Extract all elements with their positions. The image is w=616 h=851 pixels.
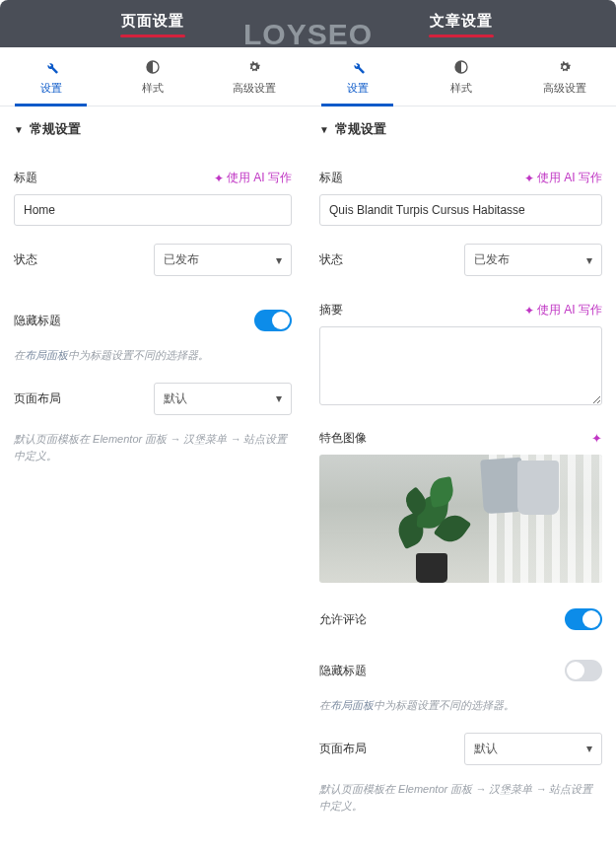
tabs: 设置 样式 高级设置 (0, 47, 306, 106)
contrast-icon (145, 59, 161, 75)
tab-label: 高级设置 (204, 81, 306, 96)
tabs: 设置 样式 高级设置 (306, 47, 616, 106)
hide-title-toggle[interactable] (565, 660, 602, 681)
tab-style[interactable]: 样式 (409, 47, 513, 106)
row-featured: 特色图像 ✦ (319, 430, 602, 447)
panel-body: 标题 ✦ 使用 AI 写作 状态 已发布 ▾ 隐藏标题 在布局面板中为标题设置不… (0, 152, 306, 851)
featured-label: 特色图像 (319, 430, 367, 447)
row-hide-title: 隐藏标题 (319, 660, 602, 681)
excerpt-label: 摘要 (319, 302, 343, 319)
image-shirt (517, 461, 559, 515)
wrench-icon (350, 59, 366, 75)
chevron-down-icon: ▾ (276, 391, 282, 405)
ai-write-text: 使用 AI 写作 (537, 302, 602, 319)
status-value: 已发布 (474, 251, 510, 268)
caret-down-icon: ▼ (319, 124, 329, 135)
status-select[interactable]: 已发布 ▾ (464, 244, 602, 276)
sparkle-icon: ✦ (524, 304, 534, 318)
layout-label: 页面布局 (14, 390, 61, 407)
section-general[interactable]: ▼ 常规设置 (306, 106, 616, 152)
hide-title-label: 隐藏标题 (319, 663, 367, 679)
tab-label: 设置 (0, 81, 102, 96)
ai-write-link[interactable]: ✦ 使用 AI 写作 (214, 170, 292, 186)
panel-title: 页面设置 (0, 12, 306, 31)
layout-panel-link[interactable]: 布局面板 (330, 699, 374, 711)
section-title: 常规设置 (30, 120, 81, 138)
panel-title: 文章设置 (306, 12, 616, 31)
chevron-down-icon: ▾ (586, 253, 592, 267)
tab-style[interactable]: 样式 (102, 47, 203, 106)
tab-label: 高级设置 (513, 81, 616, 96)
page-settings-panel: 页面设置 设置 样式 高级设置 ▼ 常规设置 标题 ✦ 使用 AI 写作 (0, 0, 306, 851)
hint-text: 中为标题设置不同的选择器。 (374, 699, 514, 711)
ai-write-link[interactable]: ✦ 使用 AI 写作 (524, 170, 602, 186)
tab-settings[interactable]: 设置 (0, 47, 102, 106)
layout-panel-link[interactable]: 布局面板 (25, 349, 68, 361)
chevron-down-icon: ▾ (276, 253, 282, 267)
row-layout: 页面布局 默认 ▾ (14, 383, 292, 415)
hide-title-label: 隐藏标题 (14, 313, 61, 329)
row-hide-title: 隐藏标题 (14, 310, 292, 331)
layout-label: 页面布局 (319, 741, 367, 757)
title-input[interactable] (319, 194, 602, 226)
layout-value: 默认 (164, 390, 187, 407)
tab-settings[interactable]: 设置 (306, 47, 409, 106)
post-settings-panel: 文章设置 设置 样式 高级设置 ▼ 常规设置 标题 ✦ 使用 AI 写作 (306, 0, 616, 851)
hide-title-hint: 在布局面板中为标题设置不同的选择器。 (14, 347, 292, 365)
caret-down-icon: ▼ (14, 124, 24, 135)
layout-select[interactable]: 默认 ▾ (154, 383, 292, 415)
section-general[interactable]: ▼ 常规设置 (0, 106, 306, 152)
sparkle-icon: ✦ (214, 172, 224, 185)
status-value: 已发布 (164, 251, 199, 268)
status-select[interactable]: 已发布 ▾ (154, 244, 292, 276)
section-title: 常规设置 (335, 120, 386, 138)
title-label: 标题 (319, 170, 343, 186)
layout-select[interactable]: 默认 ▾ (464, 733, 602, 765)
layout-hint: 默认页面模板在 Elementor 面板 → 汉堡菜单 → 站点设置中定义。 (14, 431, 292, 465)
hint-text: 在 (319, 699, 330, 711)
row-excerpt: 摘要 ✦ 使用 AI 写作 (319, 302, 602, 319)
hint-text: 在 (14, 349, 25, 361)
contrast-icon (453, 59, 469, 75)
status-label: 状态 (319, 251, 343, 268)
wrench-icon (43, 59, 59, 75)
title-label: 标题 (14, 170, 37, 186)
chevron-down-icon: ▾ (586, 742, 592, 755)
ai-generate-icon[interactable]: ✦ (591, 431, 602, 446)
row-title: 标题 ✦ 使用 AI 写作 (14, 170, 292, 186)
ai-write-text: 使用 AI 写作 (537, 170, 602, 186)
tab-label: 样式 (409, 81, 513, 96)
comments-toggle[interactable] (565, 608, 602, 630)
comments-label: 允许评论 (319, 611, 367, 628)
title-underline (429, 35, 494, 37)
panel-header: 文章设置 (306, 0, 616, 47)
gear-icon (246, 59, 262, 75)
layout-hint: 默认页面模板在 Elementor 面板 → 汉堡菜单 → 站点设置中定义。 (319, 781, 602, 816)
hint-text: 中为标题设置不同的选择器。 (68, 349, 209, 361)
panel-body: 标题 ✦ 使用 AI 写作 状态 已发布 ▾ 摘要 ✦ 使用 AI 写作 特色图… (306, 152, 616, 851)
row-status: 状态 已发布 ▾ (319, 244, 602, 276)
tab-advanced[interactable]: 高级设置 (204, 47, 306, 106)
layout-value: 默认 (474, 741, 498, 757)
featured-image-picker[interactable] (319, 455, 602, 583)
title-input[interactable] (14, 194, 292, 226)
excerpt-textarea[interactable] (319, 326, 602, 405)
panel-header: 页面设置 (0, 0, 306, 47)
hide-title-toggle[interactable] (254, 310, 292, 331)
row-layout: 页面布局 默认 ▾ (319, 733, 602, 765)
tab-label: 设置 (306, 81, 409, 96)
gear-icon (557, 59, 573, 75)
ai-write-text: 使用 AI 写作 (227, 170, 292, 186)
title-underline (120, 35, 185, 37)
sparkle-icon: ✦ (524, 172, 534, 185)
tab-label: 样式 (102, 81, 203, 96)
row-comments: 允许评论 (319, 608, 602, 630)
tab-advanced[interactable]: 高级设置 (513, 47, 616, 106)
row-title: 标题 ✦ 使用 AI 写作 (319, 170, 602, 186)
row-status: 状态 已发布 ▾ (14, 244, 292, 276)
image-plant (388, 469, 477, 583)
ai-write-link[interactable]: ✦ 使用 AI 写作 (524, 302, 602, 319)
status-label: 状态 (14, 251, 37, 268)
hide-title-hint: 在布局面板中为标题设置不同的选择器。 (319, 697, 602, 715)
